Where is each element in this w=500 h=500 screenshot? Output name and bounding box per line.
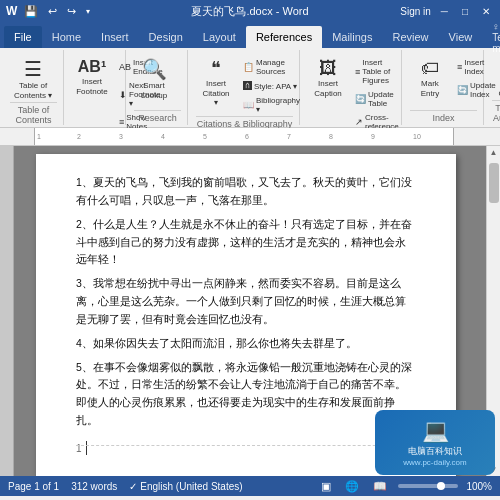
title-bar: W 💾 ↩ ↪ ▾ 夏天的飞鸟.docx - Word Sign in ─ □ … xyxy=(0,0,500,22)
language-indicator[interactable]: ✓ English (United States) xyxy=(129,481,242,492)
scroll-up-arrow[interactable]: ▲ xyxy=(488,146,500,159)
insert-footnote-button[interactable]: AB¹ InsertFootnote xyxy=(72,56,112,98)
quick-customize[interactable]: ▾ xyxy=(83,6,93,17)
ribbon-group-footnotes: AB¹ InsertFootnote AB Insert Endnote ⬇ N… xyxy=(66,50,126,125)
tab-references[interactable]: References xyxy=(246,26,322,48)
insert-tof-button[interactable]: ≡ Insert Table of Figures xyxy=(352,56,402,87)
tab-insert[interactable]: Insert xyxy=(91,26,139,48)
minimize-btn[interactable]: ─ xyxy=(437,6,452,17)
page-count-label: Page 1 of 1 xyxy=(8,481,59,492)
paragraph-2: 2、什么是人生？人生就是永不休止的奋斗！只有选定了目标，并在奋斗中感到自己的努力… xyxy=(76,216,416,270)
footnote-icon: AB¹ xyxy=(78,59,106,75)
page-count[interactable]: Page 1 of 1 xyxy=(8,481,59,492)
quick-redo[interactable]: ↪ xyxy=(64,4,79,19)
zoom-slider[interactable] xyxy=(398,484,458,488)
manage-sources-label: Manage Sources xyxy=(256,58,300,76)
status-right: ▣ 🌐 📖 100% xyxy=(318,479,492,494)
ribbon-tabs: File Home Insert Design Layout Reference… xyxy=(0,22,500,48)
bibliography-label: Bibliography ▾ xyxy=(256,96,300,114)
tab-layout[interactable]: Layout xyxy=(193,26,246,48)
paragraph-5: 5、在事不会像烟雾似的飘散，将永远像铅一般沉重地浇铸在心灵的深处。不过，日常生活… xyxy=(76,359,416,430)
title-right: Sign in ─ □ ✕ xyxy=(400,6,494,17)
toc-icon: ☰ xyxy=(24,59,42,79)
update-icon: 🔄 xyxy=(355,94,366,104)
tab-mailings[interactable]: Mailings xyxy=(322,26,382,48)
smart-lookup-button[interactable]: 🔍 SmartLookup xyxy=(134,56,174,102)
index-group-label: Index xyxy=(410,110,477,125)
bibliography-icon: 📖 xyxy=(243,100,254,110)
ribbon: ☰ Table ofContents ▾ Table of Contents A… xyxy=(0,48,500,128)
title-left: W 💾 ↩ ↪ ▾ xyxy=(6,4,93,19)
tof-label: Insert Table of Figures xyxy=(362,58,399,85)
ribbon-group-authorities: ✍ MarkCitation Table of Authori... xyxy=(486,50,500,125)
watermark-badge: 💻 电脑百科知识 www.pc-daily.com xyxy=(375,410,495,475)
close-btn[interactable]: ✕ xyxy=(478,6,494,17)
word-count-label: 312 words xyxy=(71,481,117,492)
update-index-icon: 🔄 xyxy=(457,85,468,95)
mark-entry-icon: 🏷 xyxy=(421,59,439,77)
tab-home[interactable]: Home xyxy=(42,26,91,48)
ribbon-group-captions: 🖼 InsertCaption ≡ Insert Table of Figure… xyxy=(302,50,402,125)
insert-citation-button[interactable]: ❝ InsertCitation ▾ xyxy=(196,56,236,110)
citation-icon: ❝ xyxy=(211,59,221,77)
paragraph-1: 1、夏天的飞鸟，飞到我的窗前唱歌，又飞去了。秋天的黄叶，它们没有什么可唱，只叹息… xyxy=(76,174,416,210)
view-web[interactable]: 🌐 xyxy=(342,479,362,494)
zoom-level[interactable]: 100% xyxy=(466,481,492,492)
quick-save[interactable]: 💾 xyxy=(21,4,41,19)
toc-button[interactable]: ☰ Table ofContents ▾ xyxy=(10,56,56,102)
footnote-label: InsertFootnote xyxy=(76,77,108,96)
tof-icon: ≡ xyxy=(355,67,360,77)
tab-view[interactable]: View xyxy=(439,26,483,48)
bibliography-button[interactable]: 📖 Bibliography ▾ xyxy=(240,94,303,116)
ribbon-group-index: 🏷 MarkEntry ≡ Insert Index 🔄 Update Inde… xyxy=(404,50,484,125)
citations-col: 📋 Manage Sources 🅰 Style: APA ▾ 📖 Biblio… xyxy=(240,56,303,116)
style-label: Style: APA ▾ xyxy=(254,82,297,91)
view-read[interactable]: 📖 xyxy=(370,479,390,494)
tab-review[interactable]: Review xyxy=(383,26,439,48)
smart-lookup-icon: 🔍 xyxy=(142,59,167,79)
next-fn-icon: ⬇ xyxy=(119,90,127,100)
sign-in[interactable]: Sign in xyxy=(400,6,431,17)
research-group-label: Research xyxy=(134,110,181,125)
captions-col: ≡ Insert Table of Figures 🔄 Update Table… xyxy=(352,56,402,133)
word-count[interactable]: 312 words xyxy=(71,481,117,492)
language-label: English (United States) xyxy=(140,481,242,492)
ribbon-group-toc: ☰ Table ofContents ▾ Table of Contents xyxy=(4,50,64,125)
authorities-group-label: Table of Authori... xyxy=(492,100,500,125)
caption-label: InsertCaption xyxy=(314,79,342,98)
manage-sources-icon: 📋 xyxy=(243,62,254,72)
smart-lookup-label: SmartLookup xyxy=(141,81,167,100)
scroll-thumb[interactable] xyxy=(489,163,499,203)
tab-file[interactable]: File xyxy=(4,26,42,48)
tab-tell-me[interactable]: ♀ Tell me xyxy=(482,26,500,48)
ruler: 1 2 3 4 5 6 7 8 9 10 xyxy=(0,128,500,146)
watermark-icon: 💻 xyxy=(422,418,449,444)
insert-index-icon: ≡ xyxy=(457,62,462,72)
zoom-thumb[interactable] xyxy=(437,482,445,490)
watermark-url: www.pc-daily.com xyxy=(403,458,466,467)
ribbon-group-research: 🔍 SmartLookup Research xyxy=(128,50,188,125)
quick-undo[interactable]: ↩ xyxy=(45,4,60,19)
mark-entry-button[interactable]: 🏷 MarkEntry xyxy=(410,56,450,100)
caption-icon: 🖼 xyxy=(319,59,337,77)
style-button[interactable]: 🅰 Style: APA ▾ xyxy=(240,79,303,93)
maximize-btn[interactable]: □ xyxy=(458,6,472,17)
page-break-line xyxy=(76,445,416,446)
ribbon-group-citations: ❝ InsertCitation ▾ 📋 Manage Sources 🅰 St… xyxy=(190,50,300,125)
view-print[interactable]: ▣ xyxy=(318,479,334,494)
insert-caption-button[interactable]: 🖼 InsertCaption xyxy=(308,56,348,100)
citation-label: InsertCitation ▾ xyxy=(200,79,232,108)
tab-design[interactable]: Design xyxy=(139,26,193,48)
watermark-text: 电脑百科知识 xyxy=(408,446,462,458)
mark-entry-label: MarkEntry xyxy=(421,79,440,98)
left-margin xyxy=(0,146,14,476)
update-label: Update Table xyxy=(368,90,399,108)
toc-group-label: Table of Contents xyxy=(10,102,57,127)
ruler-inner: 1 2 3 4 5 6 7 8 9 10 xyxy=(34,128,454,145)
update-table-button[interactable]: 🔄 Update Table xyxy=(352,88,402,110)
manage-sources-button[interactable]: 📋 Manage Sources xyxy=(240,56,303,78)
style-icon: 🅰 xyxy=(243,81,252,91)
mark-citation-button[interactable]: ✍ MarkCitation xyxy=(492,56,500,100)
status-bar: Page 1 of 1 312 words ✓ English (United … xyxy=(0,476,500,496)
window-title: 夏天的飞鸟.docx - Word xyxy=(191,4,308,19)
